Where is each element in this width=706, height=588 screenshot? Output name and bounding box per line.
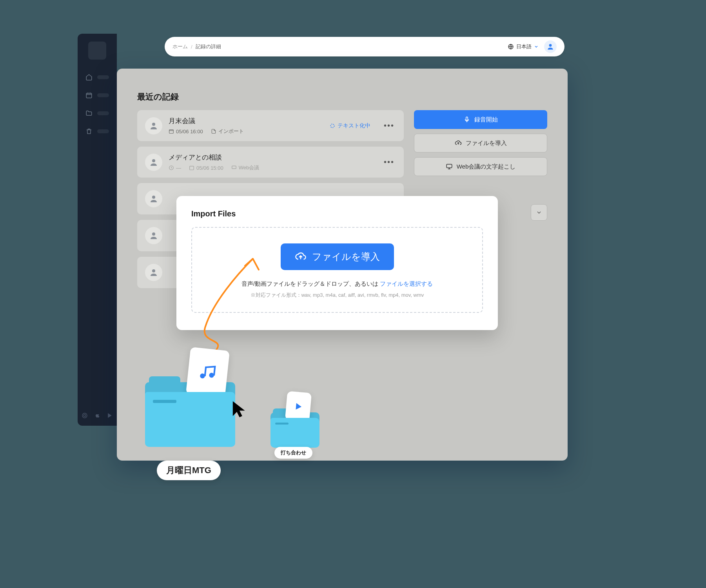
svg-point-13 [152, 232, 155, 236]
svg-point-8 [152, 159, 155, 162]
avatar [145, 117, 162, 134]
calendar-icon [189, 165, 194, 171]
user-icon [149, 158, 158, 167]
sidebar-item-trash[interactable] [82, 125, 112, 138]
brand-logo [88, 42, 106, 60]
topbar: ホーム / 記録の詳細 日本語 [165, 37, 564, 56]
apple-icon [94, 412, 100, 419]
svg-rect-11 [232, 166, 236, 169]
svg-rect-15 [466, 117, 468, 120]
modal-title: Import Files [191, 209, 483, 218]
record-tag: インポート [218, 128, 244, 135]
svg-point-4 [549, 44, 552, 47]
record-status: テキスト化中 [330, 122, 370, 129]
import-modal: Import Files ファイルを導入 音声/動画ファイルをドラッグ＆ドロップ… [176, 196, 498, 330]
monitor-icon [446, 163, 453, 170]
svg-point-1 [82, 413, 87, 418]
dropzone-text: 音声/動画ファイルをドラッグ＆ドロップ、あるいは ファイルを選択する [204, 280, 470, 288]
sidebar [78, 34, 117, 426]
language-selector[interactable]: 日本語 [508, 43, 539, 50]
button-label: ファイルを導入 [312, 250, 380, 263]
dropzone[interactable]: ファイルを導入 音声/動画ファイルをドラッグ＆ドロップ、あるいは ファイルを選択… [191, 227, 483, 313]
monitor-icon [231, 165, 237, 171]
folder-icon [85, 110, 93, 117]
dropdown-toggle[interactable] [531, 204, 547, 221]
mic-icon [463, 116, 470, 123]
button-label: Web会議の文字起こし [457, 163, 516, 171]
start-recording-button[interactable]: 録音開始 [414, 110, 547, 129]
cloud-upload-icon [455, 140, 462, 147]
file-icon [211, 129, 216, 134]
user-avatar[interactable] [544, 40, 557, 53]
file-select-link[interactable]: ファイルを選択する [380, 280, 433, 287]
folder-label-small: 打ち合わせ [274, 447, 312, 459]
button-label: 録音開始 [474, 116, 498, 123]
record-title: メディアとの相談 [169, 153, 376, 162]
record-tag: Web会議 [239, 164, 260, 171]
breadcrumb-home[interactable]: ホーム [172, 43, 188, 50]
play-icon [107, 412, 113, 419]
record-title: 月末会議 [169, 116, 323, 125]
loading-icon [330, 123, 335, 129]
chrome-icon [82, 412, 88, 419]
globe-icon [508, 44, 514, 50]
home-icon [85, 74, 93, 81]
sidebar-item-folders[interactable] [82, 107, 112, 120]
record-date: 05/06 15:00 [196, 165, 223, 171]
calendar-icon [169, 129, 174, 134]
record-item[interactable]: メディアとの相談 — 05/06 15:00 Web会議 ••• [137, 147, 404, 178]
svg-point-2 [83, 414, 85, 416]
import-file-button[interactable]: ファイルを導入 [414, 134, 547, 152]
clock-icon [169, 165, 174, 171]
breadcrumb: ホーム / 記録の詳細 [172, 43, 221, 50]
language-label: 日本語 [516, 43, 532, 50]
record-item[interactable]: 月末会議 05/06 16:00 インポート テキスト化中 ••• [137, 110, 404, 141]
record-date: 05/06 16:00 [176, 129, 203, 134]
svg-point-7 [330, 124, 334, 127]
calendar-icon [85, 92, 93, 99]
svg-point-12 [152, 196, 155, 199]
chevron-down-icon [536, 209, 542, 216]
avatar [145, 154, 162, 171]
svg-rect-0 [86, 93, 92, 98]
sidebar-footer [78, 412, 117, 419]
svg-rect-6 [169, 130, 174, 133]
sidebar-item-home[interactable] [82, 71, 112, 84]
import-button[interactable]: ファイルを導入 [281, 243, 394, 270]
section-title: 最近の記録 [137, 91, 547, 102]
more-button[interactable]: ••• [382, 121, 396, 130]
user-icon [546, 43, 554, 51]
svg-point-5 [152, 123, 155, 126]
svg-point-14 [152, 269, 155, 272]
button-label: ファイルを導入 [466, 140, 507, 147]
folder-label-big: 月曜日MTG [157, 461, 221, 480]
breadcrumb-sep: / [191, 44, 192, 50]
breadcrumb-current: 記録の詳細 [196, 43, 221, 50]
more-button[interactable]: ••• [382, 158, 396, 167]
cursor-icon [231, 400, 248, 419]
svg-rect-10 [190, 166, 194, 170]
user-icon [149, 121, 158, 131]
format-hint: ※対応ファイル形式：wav, mp3, m4a, caf, aiff, avi,… [204, 292, 470, 299]
web-meeting-button[interactable]: Web会議の文字起こし [414, 157, 547, 176]
chevron-down-icon [534, 44, 539, 49]
trash-icon [85, 128, 93, 135]
svg-rect-16 [446, 164, 452, 168]
cloud-upload-icon [295, 251, 307, 263]
sidebar-item-calendar[interactable] [82, 89, 112, 102]
